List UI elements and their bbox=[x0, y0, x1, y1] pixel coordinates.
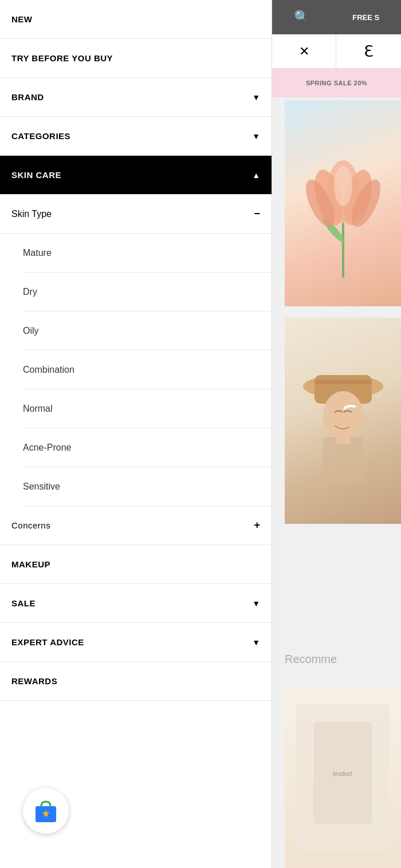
skin-type-collapse-icon: − bbox=[254, 208, 260, 220]
nav-item-try[interactable]: TRY BEFORE YOU BUY bbox=[0, 39, 272, 78]
back-icon: Ɛ bbox=[364, 42, 374, 61]
skin-type-item-mature[interactable]: Mature bbox=[23, 234, 272, 273]
skin-type-item-sensitive[interactable]: Sensitive bbox=[23, 467, 272, 506]
skin-type-label-sensitive: Sensitive bbox=[23, 482, 60, 492]
nav-item-makeup[interactable]: MAKEUP bbox=[0, 545, 272, 584]
skin-type-label-dry: Dry bbox=[23, 287, 37, 297]
svg-rect-12 bbox=[336, 435, 350, 444]
nav-item-sale[interactable]: SALE ▼ bbox=[0, 584, 272, 623]
spring-banner: SPRING SALE 20% bbox=[272, 69, 401, 97]
back-button[interactable]: Ɛ bbox=[336, 34, 401, 69]
woman-image bbox=[285, 318, 401, 524]
product-svg: product bbox=[285, 687, 401, 868]
nav-item-skincare[interactable]: SKIN CARE ▲ bbox=[0, 156, 272, 195]
nav-item-brand[interactable]: BRAND ▼ bbox=[0, 78, 272, 117]
nav-item-categories[interactable]: CATEGORIES ▼ bbox=[0, 117, 272, 156]
close-icon: ✕ bbox=[299, 44, 309, 59]
nav-label-concerns: Concerns bbox=[11, 520, 50, 530]
skin-type-item-dry[interactable]: Dry bbox=[23, 273, 272, 311]
shopping-bag-button[interactable] bbox=[23, 788, 69, 834]
nav-label-rewards: REWARDS bbox=[11, 676, 57, 686]
skin-type-label-oily: Oily bbox=[23, 326, 39, 336]
close-button[interactable]: ✕ bbox=[272, 34, 336, 69]
nav-label-expert: EXPERT ADVICE bbox=[11, 637, 84, 647]
recommends-label: Recomme bbox=[285, 653, 337, 665]
skin-type-label: Skin Type bbox=[11, 209, 52, 219]
nav-panel: NEW TRY BEFORE YOU BUY BRAND ▼ CATEGORIE… bbox=[0, 0, 272, 868]
top-bar: 🔍 FREE S bbox=[272, 0, 401, 34]
nav-label-makeup: MAKEUP bbox=[11, 559, 50, 569]
skin-type-item-acne-prone[interactable]: Acne-Prone bbox=[23, 428, 272, 467]
nav-label-new: NEW bbox=[11, 14, 33, 24]
recommends-section: Recomme bbox=[285, 653, 401, 666]
shopping-bag-icon bbox=[32, 797, 60, 824]
skincare-chevron-up-icon: ▲ bbox=[252, 171, 260, 180]
skin-type-header[interactable]: Skin Type − bbox=[0, 195, 272, 234]
concerns-expand-icon: + bbox=[254, 519, 260, 531]
nav-label-categories: CATEGORIES bbox=[11, 131, 70, 141]
skin-type-label-acne-prone: Acne-Prone bbox=[23, 443, 72, 453]
free-shipping-label: FREE S bbox=[352, 13, 379, 22]
svg-text:product: product bbox=[333, 771, 352, 777]
spring-banner-text: SPRING SALE 20% bbox=[306, 80, 367, 86]
expert-chevron-down-icon: ▼ bbox=[252, 638, 260, 647]
nav-label-brand: BRAND bbox=[11, 92, 44, 102]
skin-type-label-normal: Normal bbox=[23, 404, 53, 414]
nav-item-rewards[interactable]: REWARDS bbox=[0, 662, 272, 701]
svg-point-6 bbox=[334, 166, 352, 206]
icon-row: ✕ Ɛ bbox=[272, 34, 401, 69]
sale-chevron-down-icon: ▼ bbox=[252, 599, 260, 608]
skin-type-item-oily[interactable]: Oily bbox=[23, 311, 272, 350]
skin-type-list: Mature Dry Oily Combination Normal Acne-… bbox=[0, 234, 272, 506]
nav-label-sale: SALE bbox=[11, 598, 36, 608]
tulip-image bbox=[285, 100, 401, 306]
tulip-svg bbox=[297, 123, 389, 283]
skin-type-item-normal[interactable]: Normal bbox=[23, 389, 272, 428]
categories-chevron-down-icon: ▼ bbox=[252, 132, 260, 141]
svg-rect-13 bbox=[314, 380, 372, 384]
brand-chevron-down-icon: ▼ bbox=[252, 93, 260, 102]
nav-label-skincare: SKIN CARE bbox=[11, 170, 61, 180]
nav-item-new[interactable]: NEW bbox=[0, 0, 272, 39]
skin-type-label-combination: Combination bbox=[23, 365, 74, 375]
nav-item-expert[interactable]: EXPERT ADVICE ▼ bbox=[0, 623, 272, 662]
product-thumbnail: product bbox=[285, 687, 401, 868]
search-icon[interactable]: 🔍 bbox=[294, 10, 309, 25]
nav-label-try: TRY BEFORE YOU BUY bbox=[11, 53, 113, 63]
skin-type-label-mature: Mature bbox=[23, 248, 52, 258]
nav-item-concerns[interactable]: Concerns + bbox=[0, 506, 272, 545]
woman-svg bbox=[297, 341, 389, 501]
skin-type-item-combination[interactable]: Combination bbox=[23, 350, 272, 389]
